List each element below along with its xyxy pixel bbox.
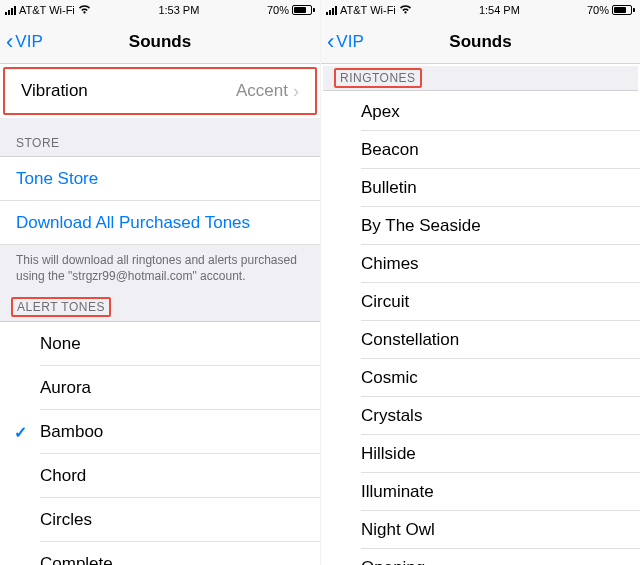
chevron-right-icon: › bbox=[293, 81, 299, 102]
carrier-label: AT&T Wi-Fi bbox=[340, 4, 396, 16]
battery-icon bbox=[612, 5, 635, 15]
alert-tone-row[interactable]: Aurora bbox=[0, 366, 320, 410]
ringtone-row[interactable]: Illuminate bbox=[321, 473, 640, 511]
alert-tone-row[interactable]: Complete bbox=[0, 542, 320, 565]
ringtone-row[interactable]: Apex bbox=[321, 93, 640, 131]
download-tones-link[interactable]: Download All Purchased Tones bbox=[0, 201, 320, 245]
page-title: Sounds bbox=[0, 32, 320, 52]
status-bar: AT&T Wi-Fi 1:53 PM 70% bbox=[0, 0, 320, 20]
battery-pct: 70% bbox=[267, 4, 289, 16]
highlight-alert-tones: ALERT TONES bbox=[11, 297, 111, 317]
ringtone-row[interactable]: Cosmic bbox=[321, 359, 640, 397]
content: Vibration Accent › STORE Tone Store Down… bbox=[0, 64, 320, 565]
wifi-icon bbox=[78, 4, 91, 16]
screen-left: AT&T Wi-Fi 1:53 PM 70% ‹ VIP Sounds Vibr… bbox=[0, 0, 320, 565]
nav-bar: ‹ VIP Sounds bbox=[0, 20, 320, 64]
alert-tone-row[interactable]: ✓Bamboo bbox=[0, 410, 320, 454]
chevron-left-icon: ‹ bbox=[327, 31, 334, 53]
ringtone-row[interactable]: Constellation bbox=[321, 321, 640, 359]
highlight-ringtones: RINGTONES bbox=[334, 68, 422, 88]
ringtone-row[interactable]: Crystals bbox=[321, 397, 640, 435]
ringtone-row[interactable]: By The Seaside bbox=[321, 207, 640, 245]
ringtone-row[interactable]: Opening bbox=[321, 549, 640, 565]
status-bar: AT&T Wi-Fi 1:54 PM 70% bbox=[321, 0, 640, 20]
back-label: VIP bbox=[15, 32, 42, 52]
battery-icon bbox=[292, 5, 315, 15]
clock: 1:53 PM bbox=[158, 4, 199, 16]
page-title: Sounds bbox=[321, 32, 640, 52]
section-header-alert-tones: ALERT TONES bbox=[0, 291, 320, 322]
nav-bar: ‹ VIP Sounds bbox=[321, 20, 640, 64]
vibration-value: Accent bbox=[236, 81, 288, 101]
signal-icon bbox=[326, 5, 337, 15]
tone-store-link[interactable]: Tone Store bbox=[0, 157, 320, 201]
ringtone-row[interactable]: Bulletin bbox=[321, 169, 640, 207]
ringtone-row[interactable]: Beacon bbox=[321, 131, 640, 169]
section-header-store: STORE bbox=[0, 118, 320, 157]
screen-right: AT&T Wi-Fi 1:54 PM 70% ‹ VIP Sounds RING… bbox=[320, 0, 640, 565]
vibration-label: Vibration bbox=[21, 81, 88, 101]
content: RINGTONES Apex Beacon Bulletin By The Se… bbox=[321, 64, 640, 565]
alert-tone-row[interactable]: None bbox=[0, 322, 320, 366]
battery-pct: 70% bbox=[587, 4, 609, 16]
back-label: VIP bbox=[336, 32, 363, 52]
alert-tone-row[interactable]: Circles bbox=[0, 498, 320, 542]
ringtone-row[interactable]: Hillside bbox=[321, 435, 640, 473]
section-header-ringtones: RINGTONES bbox=[323, 66, 638, 91]
clock: 1:54 PM bbox=[479, 4, 520, 16]
highlight-vibration: Vibration Accent › bbox=[3, 67, 317, 115]
back-button[interactable]: ‹ VIP bbox=[321, 31, 364, 53]
vibration-row[interactable]: Vibration Accent › bbox=[5, 69, 315, 113]
store-footer: This will download all ringtones and ale… bbox=[0, 245, 320, 291]
back-button[interactable]: ‹ VIP bbox=[0, 31, 43, 53]
wifi-icon bbox=[399, 4, 412, 16]
signal-icon bbox=[5, 5, 16, 15]
ringtone-row[interactable]: Circuit bbox=[321, 283, 640, 321]
alert-tone-row[interactable]: Chord bbox=[0, 454, 320, 498]
carrier-label: AT&T Wi-Fi bbox=[19, 4, 75, 16]
chevron-left-icon: ‹ bbox=[6, 31, 13, 53]
ringtone-row[interactable]: Night Owl bbox=[321, 511, 640, 549]
checkmark-icon: ✓ bbox=[14, 423, 27, 442]
ringtone-row[interactable]: Chimes bbox=[321, 245, 640, 283]
